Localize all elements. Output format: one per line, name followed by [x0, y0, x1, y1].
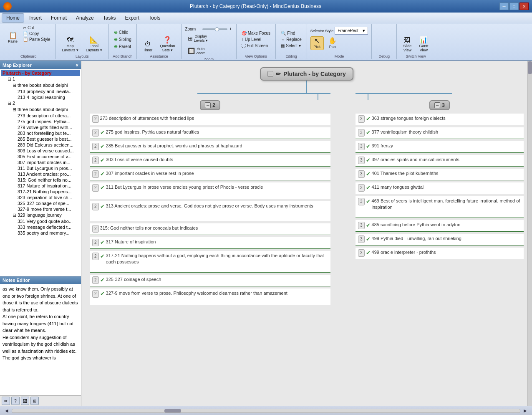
- menu-item-format[interactable]: Format: [47, 14, 71, 22]
- tree-item[interactable]: ⊟ 1: [1, 76, 80, 82]
- make-focus-button[interactable]: 🎯 Make Focus: [240, 30, 272, 36]
- menu-item-tools[interactable]: Tools: [144, 14, 164, 22]
- win-maximize-btn[interactable]: □: [509, 3, 519, 10]
- notes-help-btn[interactable]: ?: [11, 397, 20, 405]
- tree-item[interactable]: 323 inspiration of love ch...: [1, 195, 80, 200]
- leaf-item[interactable]: 3 ✔ 397 oracles spirits and musical inst…: [356, 155, 524, 167]
- leaf-item[interactable]: 2 273 description of utterances with fre…: [90, 114, 330, 125]
- auto-zoom-button[interactable]: 🔲 AutoZoom: [185, 45, 208, 56]
- find-button[interactable]: 🔍 Find: [279, 30, 297, 36]
- tree-item[interactable]: 325-327 coinage of spe...: [1, 200, 80, 206]
- cut-button[interactable]: ✂ Cut: [21, 25, 52, 30]
- menu-item-export[interactable]: Export: [121, 14, 144, 22]
- tree-item[interactable]: 311 But Lycurgus in pros...: [1, 165, 80, 171]
- leaf-item[interactable]: 3 ✔ 363 strange tongues foreign dialects: [356, 114, 524, 125]
- tree-item[interactable]: 307 important oracles in...: [1, 159, 80, 165]
- selector-style-dropdown[interactable]: FrameRect ▾: [335, 27, 368, 35]
- question-sets-button[interactable]: ❓ QuestionSets ▾: [157, 35, 178, 53]
- map-explorer-collapse-icon[interactable]: «: [76, 62, 78, 68]
- notes-img-btn[interactable]: 🖼: [21, 397, 29, 405]
- tree-item[interactable]: 303 Loss of verse caused...: [1, 148, 80, 154]
- tree-item[interactable]: ⊟ 2: [1, 100, 80, 106]
- status-scroll-right[interactable]: ▶: [522, 408, 529, 413]
- tree-item[interactable]: 273 description of uttera...: [1, 113, 80, 119]
- tree-item[interactable]: 275 god inspires. Pythia...: [1, 119, 80, 124]
- up-level-button[interactable]: ↑ Up Level: [240, 37, 263, 42]
- status-scroll-left[interactable]: ◀: [3, 408, 10, 413]
- notes-table-btn[interactable]: ⊞: [30, 397, 39, 405]
- tree-item[interactable]: ⊟ 329 language journey: [1, 212, 80, 218]
- leaf-item[interactable]: 3 ✔ 469 Best of seers is intelligent man…: [356, 196, 524, 218]
- replace-button[interactable]: ↔ Replace: [279, 37, 303, 42]
- map-layouts-button[interactable]: 🗺 MapLayouts ▾: [59, 35, 81, 53]
- tree-item[interactable]: 313 Ancient oracles: pro...: [1, 171, 80, 177]
- tree-item[interactable]: 317-21 Nothing happens...: [1, 189, 80, 195]
- copy-button[interactable]: 📄 Copy: [21, 31, 52, 36]
- display-levels-button[interactable]: ⊞ DisplayLevels ▾: [185, 33, 211, 44]
- gantt-view-button[interactable]: 📊 GanttView: [416, 35, 431, 53]
- leaf-item[interactable]: 2 ✔ 275 god inspires. Pythia uses natura…: [90, 127, 330, 139]
- sibling-button[interactable]: ⊕ Sibling: [112, 36, 133, 43]
- leaf-item[interactable]: 2 ✔ 303 Loss of verse caused doubts: [90, 155, 330, 167]
- branch-3-collapse-btn[interactable]: ─: [434, 102, 440, 108]
- tree-item[interactable]: 317 Nature of inspiration...: [1, 183, 80, 189]
- tree-item[interactable]: 333 message deflected t...: [1, 224, 80, 230]
- leaf-item[interactable]: 2 ✔ 311 But Lycurgus in prose verse orac…: [90, 182, 330, 199]
- local-layouts-button[interactable]: 📐 LocalLayouts ▾: [83, 35, 105, 53]
- pan-button[interactable]: ✋ Pan: [325, 36, 340, 50]
- leaf-item[interactable]: 2 ✔ 325-327 coinage of speech: [90, 275, 330, 286]
- status-scrollbar[interactable]: [12, 409, 520, 413]
- leaf-item[interactable]: 3 ✔ 377 ventriloquism theory childish: [356, 127, 524, 139]
- leaf-item[interactable]: 3 ✔ 485 sacrificing before Pythia went t…: [356, 220, 524, 232]
- main-canvas[interactable]: ─ ✏ Plutarch - by Category ─ 2: [81, 61, 532, 406]
- win-minimize-btn[interactable]: ─: [499, 3, 509, 10]
- root-node[interactable]: ─ ✏ Plutarch - by Category: [260, 67, 353, 81]
- leaf-item[interactable]: 2 ✔ 285 Best guesser is best prophet. wo…: [90, 141, 330, 153]
- paste-style-button[interactable]: 📋 Paste Style: [21, 37, 52, 42]
- root-collapse-btn[interactable]: ─: [267, 71, 273, 77]
- notes-editor-content[interactable]: as we know them. Only possibly at one or…: [0, 284, 81, 395]
- tree-item[interactable]: 289 Did Epicurus acciden...: [1, 142, 80, 148]
- menu-item-home[interactable]: Home: [2, 13, 24, 23]
- zoom-slider[interactable]: [202, 28, 227, 30]
- leaf-item[interactable]: 3 ✔ 401 Thames the pilot kubernhths: [356, 169, 524, 180]
- zoom-minus-btn[interactable]: −: [197, 27, 201, 31]
- slide-view-button[interactable]: 🖼 SlideView: [400, 35, 414, 53]
- tree-item[interactable]: Plutarch - by Category: [1, 70, 80, 76]
- timer-button[interactable]: ⏱ Timer: [140, 40, 156, 53]
- tree-item[interactable]: 279 votive gifts filled with...: [1, 124, 80, 130]
- leaf-item[interactable]: 3 ✔ 411 many tongues glwttai: [356, 182, 524, 194]
- zoom-plus-btn[interactable]: +: [229, 27, 233, 31]
- leaf-item[interactable]: 3 ✔ 499 Pythia died - unwilling, ran out…: [356, 234, 524, 245]
- leaf-item[interactable]: 2 ✔ 313 Ancient oracles: prose and verse…: [90, 201, 330, 221]
- leaf-item[interactable]: 2 ✔ 317 Nature of inspiration: [90, 237, 330, 249]
- paste-button[interactable]: 📋 Paste: [5, 25, 20, 50]
- tree-item[interactable]: 305 First occurrence of v...: [1, 154, 80, 159]
- tree-item[interactable]: 331 Very good quote abo...: [1, 218, 80, 224]
- win-close-btn[interactable]: ✕: [519, 3, 529, 10]
- tree-item[interactable]: 315: God neither tells no...: [1, 177, 80, 183]
- map-explorer-tree[interactable]: Plutarch - by Category⊟ 1⊟ three books a…: [0, 69, 81, 276]
- select-button[interactable]: ▦ Select ▾: [279, 43, 303, 48]
- tree-item[interactable]: 213-4 logical reasoning: [1, 94, 80, 100]
- tree-item[interactable]: 283 not foretelling but te...: [1, 130, 80, 136]
- child-button[interactable]: ⊕ Child: [112, 29, 130, 35]
- leaf-item[interactable]: 2 ✔ 307 important oracles in verse rest …: [90, 169, 330, 180]
- tree-item[interactable]: 285 Best guesser is best...: [1, 136, 80, 142]
- tree-item[interactable]: ⊟ three books about delphi: [1, 82, 80, 89]
- leaf-item[interactable]: 2 ✔ 327-9 move from verse to prose. Phil…: [90, 288, 330, 305]
- leaf-item[interactable]: 3 ✔ 499 oracle interpreter - profhths: [356, 248, 524, 259]
- tree-item[interactable]: ⊟ three books about delphi: [1, 106, 80, 113]
- tree-item[interactable]: 335 poetry and memory...: [1, 230, 80, 236]
- tree-item[interactable]: 213 prophecy and inevita...: [1, 89, 80, 94]
- menu-item-insert[interactable]: Insert: [25, 14, 46, 22]
- notes-pencil-btn[interactable]: ✏: [2, 397, 10, 405]
- branch-3-header[interactable]: ─ 3: [429, 100, 450, 110]
- leaf-item[interactable]: 3 ✔ 391 frenzy: [356, 141, 524, 153]
- pick-button[interactable]: ↖ Pick: [310, 36, 324, 50]
- branch-2-header[interactable]: ─ 2: [200, 100, 220, 110]
- tree-item[interactable]: 327-9 move from verse t...: [1, 206, 80, 212]
- menu-item-tasks[interactable]: Tasks: [99, 14, 120, 22]
- branch-2-collapse-btn[interactable]: ─: [205, 102, 211, 108]
- parent-button[interactable]: ⊕ Parent: [112, 43, 133, 50]
